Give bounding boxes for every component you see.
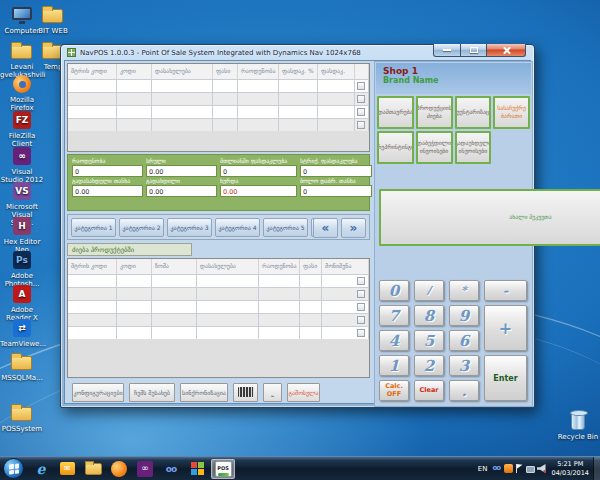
product-search-field[interactable]: ძიება პროდუქტებში xyxy=(67,243,192,256)
numpad-key-8[interactable]: 8 xyxy=(414,305,444,326)
table-row[interactable] xyxy=(68,79,369,92)
row-checkbox[interactable] xyxy=(357,82,365,90)
configurations-button[interactable]: კონფიგურაციები xyxy=(72,383,124,402)
numpad-key-2[interactable]: 2 xyxy=(414,355,444,376)
paid-field[interactable]: 0.00 xyxy=(146,185,217,197)
row-checkbox[interactable] xyxy=(357,303,365,311)
exit-button[interactable]: გამოსვლა xyxy=(287,383,320,402)
gift-card-button[interactable]: სასაჩუქრე ბარათი xyxy=(493,96,530,129)
table-row[interactable] xyxy=(68,326,369,339)
taskbar-pos-system-active[interactable]: POS xyxy=(211,459,235,479)
numpad-key-dot[interactable]: . xyxy=(449,380,479,401)
taskbar-explorer[interactable] xyxy=(81,459,105,479)
tabs-next-button[interactable]: » xyxy=(341,218,366,238)
desktop-icon-mssql-folder[interactable]: MSSQLMa... xyxy=(0,351,44,382)
sync-button[interactable]: სინქრონიზაცია xyxy=(180,383,228,402)
taskbar-internet-explorer[interactable]: e xyxy=(29,459,53,479)
desktop-icon-filezilla[interactable]: FZ FileZilla Client xyxy=(0,109,44,148)
taskbar-mail[interactable]: ✉ xyxy=(55,459,79,479)
tab-category-2[interactable]: კატეგორია 2 xyxy=(119,218,164,237)
volume-muted-icon[interactable] xyxy=(537,464,546,473)
close-button[interactable] xyxy=(487,44,526,57)
row-checkbox[interactable] xyxy=(357,290,365,298)
row-checkbox[interactable] xyxy=(357,329,365,337)
numpad-key-4[interactable]: 4 xyxy=(379,330,409,351)
row-checkbox[interactable] xyxy=(357,316,365,324)
start-button[interactable] xyxy=(3,458,24,479)
numpad-key-divide[interactable]: / xyxy=(414,280,444,301)
last-return-field[interactable]: 0 xyxy=(300,185,372,197)
overall-discount-field[interactable]: 0 xyxy=(220,165,297,177)
tab-category-5[interactable]: კატეგორია 5 xyxy=(263,218,308,237)
desktop-icon-teamviewer[interactable]: ⇄ TeamViewe... xyxy=(0,317,44,348)
clear-button[interactable]: Clear xyxy=(414,380,444,401)
numpad-key-3[interactable]: 3 xyxy=(449,355,479,376)
table-row[interactable] xyxy=(68,300,369,313)
action-center-flag-icon[interactable] xyxy=(515,464,524,473)
product-search-button[interactable]: პროდუქციის ძიება xyxy=(416,96,453,129)
finish-button[interactable]: დამთავრება xyxy=(377,96,414,129)
desktop-icon-firefox[interactable]: Mozilla Firefox xyxy=(0,73,44,112)
taskbar-visual-studio[interactable]: ∞ xyxy=(133,459,157,479)
tab-category-1[interactable]: კატეგორია 1 xyxy=(71,218,116,237)
tray-app-icon[interactable] xyxy=(504,464,513,473)
minimize-button[interactable] xyxy=(433,44,461,57)
show-desktop-button[interactable] xyxy=(593,457,600,480)
maximize-button[interactable] xyxy=(461,44,487,57)
unpaid-invoices-button[interactable]: გადაუხდელი ინვოისები xyxy=(455,131,492,164)
desktop-icon-possystem-folder[interactable]: POSSystem xyxy=(0,402,44,433)
row-checkbox[interactable] xyxy=(357,108,365,116)
desktop-icon-bitweb-folder[interactable]: BIT WEB xyxy=(31,4,75,35)
network-icon[interactable] xyxy=(526,466,535,473)
taskbar-firefox[interactable] xyxy=(107,459,131,479)
row-checkbox[interactable] xyxy=(357,95,365,103)
total-field[interactable]: 0.00 xyxy=(146,165,217,177)
taskbar-teamviewer[interactable]: oo xyxy=(159,459,183,479)
change-field[interactable]: 0.00 xyxy=(220,185,297,197)
row-checkbox[interactable] xyxy=(357,277,365,285)
desktop-icon-visual-studio-2012[interactable]: ∞ Visual Studio 2012 xyxy=(0,145,44,184)
reprinting-button[interactable]: რეპრინტინგი xyxy=(377,131,414,164)
table-row[interactable] xyxy=(68,92,369,105)
about-button[interactable]: ჩემს შესახებ xyxy=(129,383,175,402)
tab-category-3[interactable]: კატეგორია 3 xyxy=(167,218,212,237)
clock-date: 04/03/2014 xyxy=(552,469,589,477)
tab-category-4[interactable]: კატეგორია 4 xyxy=(215,218,260,237)
tray-teamviewer-icon[interactable]: oo xyxy=(493,464,502,473)
tabs-prev-button[interactable]: « xyxy=(313,218,338,238)
numpad-key-minus[interactable]: - xyxy=(484,280,527,301)
numpad-key-multiply[interactable]: * xyxy=(449,280,479,301)
printed-invoices-button[interactable]: დაბეჭდილი ინვოისები xyxy=(416,131,453,164)
numpad-key-9[interactable]: 9 xyxy=(449,305,479,326)
taskbar-clock[interactable]: 5:21 PM 04/03/2014 xyxy=(552,460,589,477)
line-discount-field[interactable]: 0 xyxy=(300,165,372,177)
numpad-key-6[interactable]: 6 xyxy=(449,330,479,351)
numpad-key-5[interactable]: 5 xyxy=(414,330,444,351)
table-row[interactable] xyxy=(68,287,369,300)
inventory-button[interactable]: ინვენტარიზაცია xyxy=(455,96,492,129)
row-checkbox[interactable] xyxy=(357,121,365,129)
numpad-key-7[interactable]: 7 xyxy=(379,305,409,326)
qty-field[interactable]: 0 xyxy=(72,165,143,177)
on-screen-keyboard-button[interactable] xyxy=(233,383,258,402)
visual-studio-icon: VS xyxy=(9,180,35,202)
numpad-key-1[interactable]: 1 xyxy=(379,355,409,376)
taskbar-color-squares-app[interactable] xyxy=(185,459,209,479)
language-indicator[interactable]: EN xyxy=(478,465,488,473)
numpad-key-0[interactable]: 0 xyxy=(379,280,409,301)
calc-off-button[interactable]: Calc. OFF xyxy=(379,380,409,401)
underscore-button[interactable]: _ xyxy=(263,383,282,402)
numpad-enter-button[interactable]: Enter xyxy=(484,355,527,401)
total-label: სრული xyxy=(146,158,217,164)
table-row[interactable] xyxy=(68,118,369,131)
table-row[interactable] xyxy=(68,105,369,118)
payable-field[interactable]: 0.00 xyxy=(72,185,143,197)
desktop-icon-recycle-bin[interactable]: Recycle Bin xyxy=(556,410,600,441)
desktop-icon-label: BIT WEB xyxy=(38,27,68,35)
new-order-button[interactable]: ახალი შეკვეთა xyxy=(379,189,600,246)
numpad-key-plus[interactable]: + xyxy=(484,305,527,351)
col-quantity: რაოდენობა xyxy=(238,64,279,79)
table-row[interactable] xyxy=(68,313,369,326)
table-row[interactable] xyxy=(68,274,369,287)
col-discount: ფასდაკ. xyxy=(318,64,355,79)
